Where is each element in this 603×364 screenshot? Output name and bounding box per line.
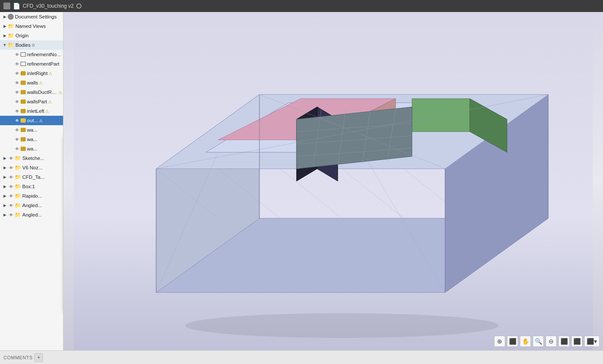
expand-arrow (2, 33, 8, 39)
sidebar-label: refinementPart (27, 61, 59, 66)
sidebar-item-refinementNozzle[interactable]: 👁 refinementNozzle (0, 50, 63, 59)
expand-arrow (8, 99, 14, 105)
eye-icon: 👁 (14, 51, 21, 57)
eye-icon: 👁 (8, 184, 15, 190)
sidebar-label: Angled... (22, 212, 42, 217)
expand-arrow (2, 184, 8, 190)
expand-arrow (2, 14, 8, 20)
body-solid-icon (21, 109, 26, 113)
sidebar-item-v6noz[interactable]: 👁 📁 V6 Noz... (0, 163, 63, 172)
pan-tool-btn[interactable]: ⬛ (507, 336, 518, 347)
sidebar-item-inletRight[interactable]: 👁 inletRight ⚠ (0, 69, 63, 78)
folder-icon: 📁 (8, 23, 14, 29)
sidebar-label: CFD_Ta... (22, 174, 45, 180)
expand-arrow (2, 23, 8, 29)
view-mode-btn[interactable]: ⬛ (558, 336, 570, 347)
sidebar-item-wallsDuctRight[interactable]: 👁 wallsDuctRight ⚠ (0, 87, 63, 97)
eye-icon: 👁 (14, 70, 21, 76)
sidebar-item-refinementPart[interactable]: 👁 refinementPart (0, 59, 63, 69)
sidebar-label: wallsDuctRight (27, 90, 57, 95)
header-title: CFD_v30_touching v2 (23, 3, 74, 9)
file-icon: 📄 (13, 3, 20, 9)
eye-icon: 👁 (8, 155, 15, 161)
sidebar-item-sketches[interactable]: 👁 📁 Sketche... (0, 153, 63, 163)
expand-arrow (8, 89, 14, 95)
eye-icon: 👁 (8, 174, 15, 180)
bodies-icon: 📁 (8, 42, 14, 48)
eye-icon: 👁 (14, 108, 21, 114)
body-solid-icon (21, 137, 26, 141)
folder-icon: 📁 (8, 33, 14, 39)
sidebar-item-box1[interactable]: 👁 📁 Box:1 (0, 182, 63, 191)
sidebar-label: Rapido... (22, 193, 42, 199)
expand-arrow (2, 174, 8, 180)
expand-arrow (8, 146, 14, 152)
add-comment-btn[interactable]: + (34, 353, 43, 362)
folder-icon: 📁 (15, 212, 21, 218)
sidebar-item-wallsPart[interactable]: 👁 wallsPart ⚠ (0, 97, 63, 106)
eye-icon: 👁 (8, 202, 15, 208)
sidebar-item-rapido[interactable]: 👁 📁 Rapido... (0, 191, 63, 201)
expand-arrow (8, 108, 14, 114)
sidebar-label: walls (27, 80, 38, 85)
sidebar-item-origin[interactable]: 📁 Origin (0, 31, 63, 40)
sidebar-label: Sketche... (22, 156, 44, 161)
warning-icon: ⚠ (58, 90, 62, 95)
body-solid-icon (21, 90, 26, 94)
title-bar: 📄 CFD_v30_touching v2 (0, 0, 603, 12)
hand-tool-btn[interactable]: ✋ (520, 336, 531, 347)
sidebar-item-doc-settings[interactable]: Document Settings (0, 12, 63, 21)
comments-label: COMMENTS (3, 355, 33, 360)
warning-icon: ⚠ (39, 118, 43, 123)
zoom-in-btn[interactable]: 🔍 (533, 336, 544, 347)
rotate-tool-btn[interactable]: ⊕ (494, 336, 505, 347)
sidebar-item-cfd-ta[interactable]: 👁 📁 CFD_Ta... (0, 172, 63, 182)
sidebar-label: wa... (27, 137, 37, 142)
render-mode-btn[interactable]: ⬛▾ (584, 336, 600, 347)
sidebar-item-angled2[interactable]: 👁 📁 Angled... (0, 210, 63, 220)
svg-point-37 (185, 313, 499, 338)
expand-arrow (8, 61, 14, 67)
eye-icon: 👁 (8, 165, 15, 171)
body-solid-icon (21, 71, 26, 75)
sidebar-item-named-views[interactable]: 📁 Named Views (0, 21, 63, 31)
sidebar-label: Origin (15, 33, 29, 38)
zoom-out-btn[interactable]: ⊖ (546, 336, 557, 347)
sidebar-item-wa3[interactable]: 👁 wa... (0, 144, 63, 153)
pin-icon[interactable] (76, 3, 81, 9)
3d-scene-svg (63, 12, 603, 350)
warning-icon: ⚠ (39, 81, 43, 85)
sidebar-item-wa2[interactable]: 👁 wa... (0, 135, 63, 144)
sidebar-item-inletLeft[interactable]: 👁 inletLeft ⚠ (0, 106, 63, 116)
eye-icon: 👁 (8, 193, 15, 199)
warning-icon: ⚠ (45, 109, 49, 114)
sidebar-label: wa... (27, 127, 37, 132)
warning-icon: ⚠ (48, 99, 52, 104)
sidebar-label: inletRight (27, 71, 48, 76)
expand-arrow (8, 117, 14, 123)
eye-icon: 👁 (14, 80, 21, 86)
sidebar-item-bodies[interactable]: 📁 Bodies ⚙ (0, 40, 63, 50)
eye-icon: 👁 (14, 99, 21, 105)
3d-viewport[interactable]: ⊕ ⬛ ✋ 🔍 ⊖ ⬛ ⬛ ⬛▾ (63, 12, 603, 350)
folder-icon: 📁 (15, 184, 21, 190)
sidebar-label: out... (27, 118, 38, 123)
eye-icon: 👁 (14, 146, 21, 152)
body-solid-icon (21, 99, 26, 104)
sidebar-label: wallsPart (27, 99, 47, 104)
sidebar-item-wa1[interactable]: 👁 wa... (0, 125, 63, 135)
folder-icon: 📁 (15, 165, 21, 171)
app-icon (3, 3, 10, 9)
display-mode-btn[interactable]: ⬛ (571, 336, 582, 347)
body-solid-icon (21, 118, 26, 123)
expand-arrow (2, 155, 8, 161)
folder-icon: 📁 (15, 174, 21, 180)
sidebar-item-walls[interactable]: 👁 walls ⚠ (0, 78, 63, 87)
sidebar-item-angled1[interactable]: 👁 📁 Angled... (0, 201, 63, 210)
gear-icon (8, 14, 14, 20)
eye-icon: 👁 (14, 61, 21, 67)
expand-arrow (8, 70, 14, 76)
sidebar-tree: Document Settings 📁 Named Views 📁 Origin… (0, 12, 63, 350)
sidebar-item-out[interactable]: 👁 out... ⚠ (0, 116, 63, 125)
sidebar-label: Angled... (22, 203, 42, 208)
